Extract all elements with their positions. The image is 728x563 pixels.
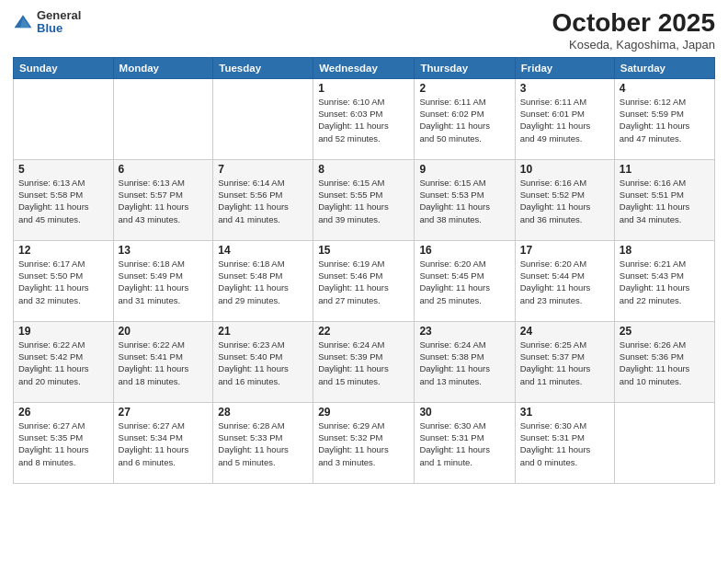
day-info: Sunrise: 6:18 AM Sunset: 5:49 PM Dayligh… bbox=[119, 258, 209, 306]
day-number: 12 bbox=[18, 244, 108, 257]
day-number: 26 bbox=[18, 406, 108, 419]
calendar-header-row: SundayMondayTuesdayWednesdayThursdayFrid… bbox=[14, 57, 715, 78]
calendar-cell: 16Sunrise: 6:20 AM Sunset: 5:45 PM Dayli… bbox=[415, 240, 515, 321]
day-info: Sunrise: 6:11 AM Sunset: 6:01 PM Dayligh… bbox=[520, 96, 609, 144]
day-info: Sunrise: 6:10 AM Sunset: 6:03 PM Dayligh… bbox=[318, 96, 409, 144]
day-info: Sunrise: 6:27 AM Sunset: 5:34 PM Dayligh… bbox=[119, 419, 209, 468]
title-block: October 2025 Koseda, Kagoshima, Japan bbox=[552, 9, 715, 52]
calendar-cell: 4Sunrise: 6:12 AM Sunset: 5:59 PM Daylig… bbox=[614, 78, 714, 159]
day-number: 28 bbox=[218, 406, 308, 419]
day-info: Sunrise: 6:16 AM Sunset: 5:51 PM Dayligh… bbox=[620, 177, 710, 225]
calendar-cell bbox=[14, 78, 114, 159]
day-info: Sunrise: 6:22 AM Sunset: 5:42 PM Dayligh… bbox=[18, 339, 108, 387]
day-info: Sunrise: 6:16 AM Sunset: 5:52 PM Dayligh… bbox=[520, 177, 609, 225]
calendar-cell: 9Sunrise: 6:15 AM Sunset: 5:53 PM Daylig… bbox=[415, 159, 515, 240]
calendar-body: 1Sunrise: 6:10 AM Sunset: 6:03 PM Daylig… bbox=[14, 78, 715, 483]
day-header-saturday: Saturday bbox=[614, 57, 714, 78]
day-info: Sunrise: 6:28 AM Sunset: 5:33 PM Dayligh… bbox=[218, 419, 308, 468]
month-title: October 2025 bbox=[552, 9, 715, 38]
calendar-cell: 27Sunrise: 6:27 AM Sunset: 5:34 PM Dayli… bbox=[113, 402, 213, 483]
day-number: 13 bbox=[119, 244, 209, 257]
day-number: 6 bbox=[119, 163, 209, 176]
day-info: Sunrise: 6:18 AM Sunset: 5:48 PM Dayligh… bbox=[218, 258, 308, 306]
day-header-wednesday: Wednesday bbox=[313, 57, 415, 78]
calendar-cell: 6Sunrise: 6:13 AM Sunset: 5:57 PM Daylig… bbox=[113, 159, 213, 240]
calendar-week-row: 12Sunrise: 6:17 AM Sunset: 5:50 PM Dayli… bbox=[14, 240, 715, 321]
day-number: 25 bbox=[620, 325, 710, 338]
day-info: Sunrise: 6:24 AM Sunset: 5:39 PM Dayligh… bbox=[318, 339, 409, 387]
day-info: Sunrise: 6:14 AM Sunset: 5:56 PM Dayligh… bbox=[218, 177, 308, 225]
day-number: 11 bbox=[620, 163, 710, 176]
calendar-cell: 15Sunrise: 6:19 AM Sunset: 5:46 PM Dayli… bbox=[313, 240, 415, 321]
day-number: 18 bbox=[620, 244, 710, 257]
day-number: 20 bbox=[119, 325, 209, 338]
calendar-cell: 26Sunrise: 6:27 AM Sunset: 5:35 PM Dayli… bbox=[14, 402, 114, 483]
day-info: Sunrise: 6:13 AM Sunset: 5:58 PM Dayligh… bbox=[18, 177, 108, 225]
day-number: 22 bbox=[318, 325, 409, 338]
calendar-cell: 28Sunrise: 6:28 AM Sunset: 5:33 PM Dayli… bbox=[213, 402, 313, 483]
calendar-week-row: 26Sunrise: 6:27 AM Sunset: 5:35 PM Dayli… bbox=[14, 402, 715, 483]
day-info: Sunrise: 6:24 AM Sunset: 5:38 PM Dayligh… bbox=[419, 339, 509, 387]
calendar-cell: 19Sunrise: 6:22 AM Sunset: 5:42 PM Dayli… bbox=[14, 321, 114, 402]
location-subtitle: Koseda, Kagoshima, Japan bbox=[552, 38, 715, 52]
calendar-cell: 31Sunrise: 6:30 AM Sunset: 5:31 PM Dayli… bbox=[515, 402, 614, 483]
day-info: Sunrise: 6:30 AM Sunset: 5:31 PM Dayligh… bbox=[419, 419, 509, 468]
logo-general-text: General bbox=[37, 8, 81, 22]
day-info: Sunrise: 6:11 AM Sunset: 6:02 PM Dayligh… bbox=[419, 96, 509, 144]
day-info: Sunrise: 6:15 AM Sunset: 5:55 PM Dayligh… bbox=[318, 177, 409, 225]
calendar-week-row: 19Sunrise: 6:22 AM Sunset: 5:42 PM Dayli… bbox=[14, 321, 715, 402]
calendar-cell: 21Sunrise: 6:23 AM Sunset: 5:40 PM Dayli… bbox=[213, 321, 313, 402]
day-info: Sunrise: 6:20 AM Sunset: 5:45 PM Dayligh… bbox=[419, 258, 509, 306]
day-info: Sunrise: 6:20 AM Sunset: 5:44 PM Dayligh… bbox=[520, 258, 609, 306]
day-header-sunday: Sunday bbox=[14, 57, 114, 78]
day-info: Sunrise: 6:21 AM Sunset: 5:43 PM Dayligh… bbox=[620, 258, 710, 306]
calendar-cell: 10Sunrise: 6:16 AM Sunset: 5:52 PM Dayli… bbox=[515, 159, 614, 240]
calendar-cell: 23Sunrise: 6:24 AM Sunset: 5:38 PM Dayli… bbox=[415, 321, 515, 402]
calendar-cell: 14Sunrise: 6:18 AM Sunset: 5:48 PM Dayli… bbox=[213, 240, 313, 321]
calendar-cell: 22Sunrise: 6:24 AM Sunset: 5:39 PM Dayli… bbox=[313, 321, 415, 402]
day-info: Sunrise: 6:30 AM Sunset: 5:31 PM Dayligh… bbox=[520, 419, 609, 468]
day-info: Sunrise: 6:15 AM Sunset: 5:53 PM Dayligh… bbox=[419, 177, 509, 225]
day-number: 2 bbox=[419, 82, 509, 95]
day-info: Sunrise: 6:19 AM Sunset: 5:46 PM Dayligh… bbox=[318, 258, 409, 306]
day-number: 23 bbox=[419, 325, 509, 338]
calendar-cell: 13Sunrise: 6:18 AM Sunset: 5:49 PM Dayli… bbox=[113, 240, 213, 321]
day-info: Sunrise: 6:29 AM Sunset: 5:32 PM Dayligh… bbox=[318, 419, 409, 468]
calendar-cell bbox=[113, 78, 213, 159]
day-info: Sunrise: 6:13 AM Sunset: 5:57 PM Dayligh… bbox=[119, 177, 209, 225]
calendar-cell: 25Sunrise: 6:26 AM Sunset: 5:36 PM Dayli… bbox=[614, 321, 714, 402]
calendar-cell: 8Sunrise: 6:15 AM Sunset: 5:55 PM Daylig… bbox=[313, 159, 415, 240]
day-header-tuesday: Tuesday bbox=[213, 57, 313, 78]
day-number: 16 bbox=[419, 244, 509, 257]
calendar-cell: 11Sunrise: 6:16 AM Sunset: 5:51 PM Dayli… bbox=[614, 159, 714, 240]
calendar-cell: 7Sunrise: 6:14 AM Sunset: 5:56 PM Daylig… bbox=[213, 159, 313, 240]
day-number: 21 bbox=[218, 325, 308, 338]
day-header-monday: Monday bbox=[113, 57, 213, 78]
day-info: Sunrise: 6:27 AM Sunset: 5:35 PM Dayligh… bbox=[18, 419, 108, 468]
calendar-week-row: 1Sunrise: 6:10 AM Sunset: 6:03 PM Daylig… bbox=[14, 78, 715, 159]
day-number: 3 bbox=[520, 82, 609, 95]
day-info: Sunrise: 6:17 AM Sunset: 5:50 PM Dayligh… bbox=[18, 258, 108, 306]
page-header: General Blue October 2025 Koseda, Kagosh… bbox=[13, 9, 715, 52]
logo: General Blue bbox=[13, 9, 81, 36]
logo-blue-text: Blue bbox=[37, 21, 63, 35]
calendar-page: General Blue October 2025 Koseda, Kagosh… bbox=[0, 0, 728, 563]
day-number: 31 bbox=[520, 406, 609, 419]
day-number: 24 bbox=[520, 325, 609, 338]
day-number: 17 bbox=[520, 244, 609, 257]
day-number: 1 bbox=[318, 82, 409, 95]
calendar-cell: 30Sunrise: 6:30 AM Sunset: 5:31 PM Dayli… bbox=[415, 402, 515, 483]
day-number: 5 bbox=[18, 163, 108, 176]
calendar-cell: 5Sunrise: 6:13 AM Sunset: 5:58 PM Daylig… bbox=[14, 159, 114, 240]
day-number: 8 bbox=[318, 163, 409, 176]
day-number: 9 bbox=[419, 163, 509, 176]
calendar-cell: 24Sunrise: 6:25 AM Sunset: 5:37 PM Dayli… bbox=[515, 321, 614, 402]
calendar-cell: 18Sunrise: 6:21 AM Sunset: 5:43 PM Dayli… bbox=[614, 240, 714, 321]
calendar-cell: 20Sunrise: 6:22 AM Sunset: 5:41 PM Dayli… bbox=[113, 321, 213, 402]
day-number: 10 bbox=[520, 163, 609, 176]
day-info: Sunrise: 6:25 AM Sunset: 5:37 PM Dayligh… bbox=[520, 339, 609, 387]
calendar-table: SundayMondayTuesdayWednesdayThursdayFrid… bbox=[13, 57, 715, 484]
day-number: 4 bbox=[620, 82, 710, 95]
day-info: Sunrise: 6:22 AM Sunset: 5:41 PM Dayligh… bbox=[119, 339, 209, 387]
day-number: 29 bbox=[318, 406, 409, 419]
